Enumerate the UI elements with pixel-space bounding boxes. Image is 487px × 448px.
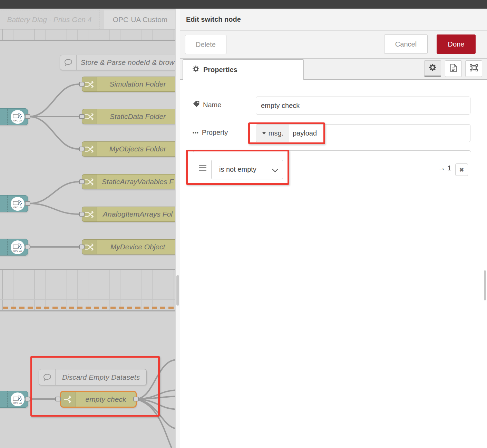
switch-node-label: AnalogItemArrays Fol <box>97 210 175 218</box>
edit-switch-node-panel: Edit switch node Delete Cancel Done Prop… <box>180 9 487 448</box>
flow-canvas[interactable]: Battery Diag - Prius Gen 4 OPC-UA Custom <box>0 9 175 448</box>
input-port[interactable] <box>79 114 85 119</box>
svg-text:OPC UA: OPC UA <box>13 402 22 404</box>
output-port[interactable] <box>25 245 30 249</box>
opcua-node-label: er <box>0 395 7 404</box>
switch-node-myobjects-folder[interactable]: MyObjects Folder <box>82 141 175 157</box>
switch-node-analogitemarrays[interactable]: AnalogItemArrays Fol <box>82 207 175 222</box>
done-button[interactable]: Done <box>437 34 476 54</box>
name-input[interactable] <box>256 97 470 115</box>
input-port[interactable] <box>79 179 85 184</box>
name-field-label: Name <box>193 100 221 109</box>
description-view-button[interactable] <box>445 60 462 77</box>
rule-output-label: → 1 <box>438 151 451 185</box>
gear-icon <box>429 63 437 73</box>
annotation-box-property <box>248 122 325 144</box>
opcua-browser-node[interactable]: er OPC UA <box>0 391 28 408</box>
appearance-view-button[interactable] <box>465 60 482 77</box>
panel-scrollbar-thumb[interactable] <box>484 270 486 300</box>
switch-node-label: MyObjects Folder <box>97 145 175 153</box>
svg-text:OPC UA: OPC UA <box>13 119 22 122</box>
opcua-browser-node[interactable]: er OPC UA <box>0 239 28 256</box>
gear-icon <box>192 65 199 74</box>
tag-icon <box>193 100 200 109</box>
opcua-browser-node[interactable]: er OPC UA <box>0 195 28 212</box>
comment-bubble-icon <box>60 55 77 70</box>
app-header-bar <box>0 0 487 9</box>
canvas-scrollbar[interactable] <box>175 9 180 448</box>
input-port[interactable] <box>79 82 85 87</box>
output-port[interactable] <box>25 201 30 206</box>
tab-properties[interactable]: Properties <box>183 59 304 80</box>
appearance-icon <box>469 64 478 73</box>
switch-node-label: Simulation Folder <box>97 80 175 88</box>
panel-scrollbar-track <box>485 80 485 448</box>
opcua-node-label: er <box>0 243 7 252</box>
switch-node-simulation-folder[interactable]: Simulation Folder <box>82 77 175 92</box>
switch-node-label: StaticData Folder <box>97 112 175 121</box>
panel-title: Edit switch node <box>180 9 487 31</box>
svg-text:OPC UA: OPC UA <box>13 250 22 252</box>
delete-button[interactable]: Delete <box>185 35 226 54</box>
tab-properties-label: Properties <box>203 66 237 74</box>
input-port[interactable] <box>79 245 85 249</box>
opcua-node-label: er <box>0 112 7 121</box>
output-port[interactable] <box>25 397 30 401</box>
property-field-label: ••• Property <box>193 129 228 137</box>
comment-node-label: Store & Parse nodeId & brow <box>77 58 175 67</box>
node-red-editor: Battery Diag - Prius Gen 4 OPC-UA Custom <box>0 0 487 448</box>
switch-node-staticarrayvariables[interactable]: StaticArrayVariables F <box>82 174 175 189</box>
opcua-browser-node[interactable]: er OPC UA <box>0 108 28 125</box>
switch-node-label: MyDevice Object <box>97 243 175 251</box>
remove-rule-button[interactable]: ✖ <box>455 163 468 176</box>
properties-view-button[interactable] <box>424 60 441 77</box>
document-icon <box>449 63 458 74</box>
rules-container: is not empty → 1 ✖ <box>193 150 471 448</box>
input-port[interactable] <box>79 147 85 151</box>
input-port[interactable] <box>79 212 85 217</box>
cancel-button[interactable]: Cancel <box>384 34 428 54</box>
svg-text:OPC UA: OPC UA <box>13 206 22 209</box>
panel-tab-row: Properties <box>180 59 487 80</box>
canvas-scrollbar-thumb[interactable] <box>176 275 179 306</box>
switch-node-staticdata-folder[interactable]: StaticData Folder <box>82 109 175 124</box>
output-port[interactable] <box>25 114 30 119</box>
panel-toolbar: Delete Cancel Done <box>180 31 487 59</box>
annotation-box-empty-check-group <box>30 356 160 417</box>
ellipsis-icon: ••• <box>193 130 199 136</box>
opcua-node-label: er <box>0 199 7 208</box>
properties-form: Name ••• Property msg. <box>180 80 487 448</box>
comment-node-store-parse[interactable]: Store & Parse nodeId & brow <box>60 55 175 70</box>
switch-node-label: StaticArrayVariables F <box>97 178 175 186</box>
annotation-box-rule <box>186 150 289 185</box>
switch-node-mydevice-object[interactable]: MyDevice Object <box>82 239 175 255</box>
